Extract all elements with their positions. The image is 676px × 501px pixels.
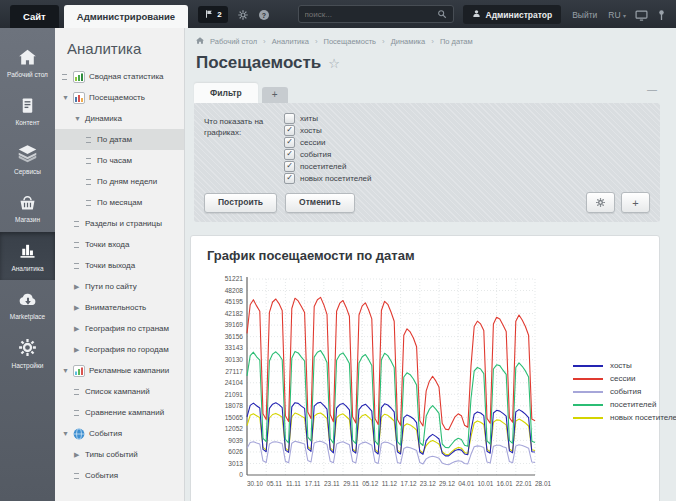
- filter-section: Фильтр + — Что показать на графиках: хит…: [194, 82, 660, 222]
- svg-text:42182: 42182: [225, 310, 244, 317]
- svg-text:48208: 48208: [225, 287, 244, 294]
- rail-item-services[interactable]: Сервисы: [0, 135, 55, 183]
- search-input[interactable]: [305, 10, 437, 19]
- main-area: Рабочий стол›Аналитика›Посещаемость›Дина…: [186, 28, 676, 501]
- rail-item-label: Сервисы: [14, 168, 41, 176]
- legend-label: события: [610, 387, 641, 396]
- cancel-button[interactable]: Отменить: [285, 193, 355, 213]
- filter-settings-gear-button[interactable]: [586, 192, 615, 213]
- topbar: Сайт Администрирование 2 ? Администратор…: [0, 0, 676, 28]
- sidebar-item[interactable]: ▶География по странам: [55, 318, 184, 339]
- logout-link[interactable]: Выйти: [572, 10, 597, 20]
- filter-checkbox-row[interactable]: ✓сессии: [284, 137, 372, 148]
- checkbox-label: события: [300, 150, 331, 159]
- rail-item-label: Аналитика: [11, 265, 43, 273]
- sidebar-item[interactable]: Разделы и страницы: [55, 213, 184, 234]
- filter-checkbox-row[interactable]: ✓события: [284, 149, 372, 160]
- checkbox[interactable]: ✓: [284, 161, 295, 172]
- svg-text:22.01: 22.01: [516, 480, 532, 487]
- sidebar-item[interactable]: По дням недели: [55, 171, 184, 192]
- svg-text:45195: 45195: [225, 298, 244, 305]
- svg-text:6026: 6026: [228, 448, 243, 455]
- language-dropdown[interactable]: RU ▾: [608, 10, 626, 20]
- breadcrumb-separator-icon: ›: [315, 37, 318, 46]
- checkbox[interactable]: ✓: [284, 173, 295, 184]
- svg-text:10.01: 10.01: [477, 480, 493, 487]
- search-box: [298, 5, 454, 23]
- add-field-button[interactable]: +: [621, 192, 650, 213]
- campaigns-chart-icon: [73, 365, 85, 377]
- sidebar-item[interactable]: Сводная статистика: [55, 66, 184, 87]
- favorite-star-icon[interactable]: ☆: [328, 56, 340, 71]
- collapse-filter-button[interactable]: —: [647, 85, 657, 95]
- rail-item-desktop[interactable]: Рабочий стол: [0, 38, 55, 86]
- build-button[interactable]: Построить: [204, 193, 277, 213]
- svg-text:11.12: 11.12: [382, 480, 398, 487]
- chevron-right-icon: ▶: [74, 283, 85, 290]
- sidebar-item[interactable]: Список кампаний: [55, 381, 184, 402]
- rail-item-shop[interactable]: Магазин: [0, 183, 55, 231]
- sidebar-tree: Сводная статистика▼Посещаемость▼Динамика…: [55, 66, 184, 486]
- pin-icon[interactable]: [657, 9, 666, 21]
- rail-item-label: Marketplace: [10, 313, 45, 321]
- filter-checkbox-row[interactable]: ✓посетителей: [284, 161, 372, 172]
- breadcrumb-item[interactable]: Посещаемость: [324, 37, 376, 46]
- legend-label: посетителей: [610, 400, 656, 409]
- breadcrumb-item[interactable]: Рабочий стол: [210, 37, 257, 46]
- filter-checkbox-row[interactable]: ✓хосты: [284, 125, 372, 136]
- tab-site[interactable]: Сайт: [10, 5, 59, 28]
- search-icon[interactable]: [437, 5, 447, 23]
- svg-text:29.11: 29.11: [343, 480, 359, 487]
- sidebar-item[interactable]: По часам: [55, 150, 184, 171]
- user-menu-button[interactable]: Администратор: [463, 5, 562, 24]
- rail-item-settings[interactable]: Настройки: [0, 329, 55, 377]
- monitor-icon[interactable]: [635, 10, 648, 21]
- item-marker-icon: [74, 409, 85, 416]
- rail-item-analytics[interactable]: Аналитика: [0, 232, 55, 280]
- sidebar-item[interactable]: По датам: [55, 129, 184, 150]
- item-marker-icon: [62, 73, 73, 80]
- tab-administration[interactable]: Администрирование: [64, 5, 188, 28]
- checkbox[interactable]: ✓: [284, 137, 295, 148]
- sidebar-item[interactable]: Точки входа: [55, 234, 184, 255]
- rail-item-marketplace[interactable]: Marketplace: [0, 280, 55, 328]
- filter-tab[interactable]: Фильтр: [194, 83, 258, 103]
- sidebar-item-label: Пути по сайту: [85, 282, 137, 291]
- help-icon[interactable]: ?: [258, 9, 270, 21]
- sidebar-item-label: Точки входа: [85, 240, 129, 249]
- breadcrumb-item[interactable]: Динамика: [391, 37, 426, 46]
- svg-text:3013: 3013: [228, 460, 243, 467]
- filter-checkbox-row[interactable]: хиты: [284, 113, 372, 124]
- add-filter-tab-button[interactable]: +: [262, 87, 288, 103]
- sidebar-item[interactable]: ▶Внимательность: [55, 297, 184, 318]
- filter-checkbox-row[interactable]: ✓новых посетителей: [284, 173, 372, 184]
- legend-line-swatch: [573, 365, 603, 367]
- sidebar-item[interactable]: ▼Динамика: [55, 108, 184, 129]
- sidebar-item[interactable]: ▶Типы событий: [55, 444, 184, 465]
- svg-text:36156: 36156: [225, 333, 244, 340]
- checkbox[interactable]: [284, 113, 295, 124]
- page-title: Посещаемость ☆: [186, 46, 676, 73]
- sidebar-item[interactable]: ▼Рекламные кампании: [55, 360, 184, 381]
- legend-label: хосты: [610, 361, 632, 370]
- svg-text:30130: 30130: [225, 356, 244, 363]
- chevron-down-icon: ▼: [74, 115, 85, 122]
- sidebar-item[interactable]: Точки выхода: [55, 255, 184, 276]
- sidebar-item[interactable]: ▶Пути по сайту: [55, 276, 184, 297]
- sidebar-item[interactable]: По месяцам: [55, 192, 184, 213]
- notifications-button[interactable]: 2: [198, 6, 227, 23]
- svg-text:17.11: 17.11: [305, 480, 321, 487]
- checkbox[interactable]: ✓: [284, 149, 295, 160]
- sidebar-item[interactable]: ▼События: [55, 423, 184, 444]
- sidebar-item[interactable]: ▼Посещаемость: [55, 87, 184, 108]
- filter-tabs: Фильтр +: [194, 82, 660, 103]
- sidebar-item[interactable]: События: [55, 465, 184, 486]
- sidebar-item[interactable]: Сравнение кампаний: [55, 402, 184, 423]
- breadcrumb-item[interactable]: По датам: [440, 37, 473, 46]
- gear-icon[interactable]: [237, 9, 249, 21]
- checkbox[interactable]: ✓: [284, 125, 295, 136]
- sidebar-item[interactable]: ▶География по городам: [55, 339, 184, 360]
- breadcrumb-item[interactable]: Аналитика: [272, 37, 309, 46]
- item-marker-icon: [86, 199, 97, 206]
- rail-item-content[interactable]: Контент: [0, 86, 55, 134]
